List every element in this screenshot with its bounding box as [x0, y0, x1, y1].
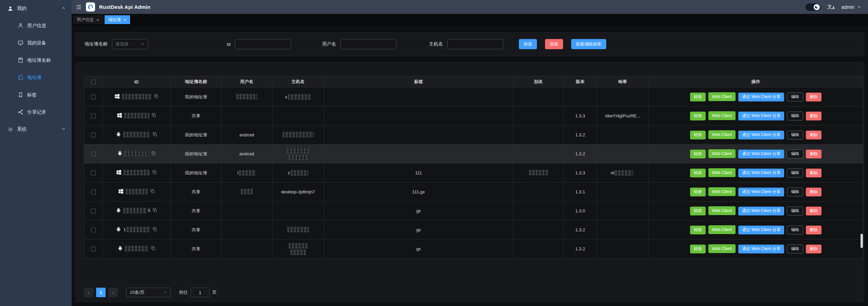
edit-button[interactable]: 编辑 — [787, 93, 803, 101]
device-id-cell — [103, 164, 171, 183]
delete-button[interactable]: 删除 — [806, 188, 821, 196]
web-client-button[interactable]: Web Client — [708, 111, 736, 120]
sidebar-group-system[interactable]: 系统 — [0, 121, 72, 138]
share-web-client-button[interactable]: 通过 Web Client 分享 — [738, 131, 784, 139]
delete-button[interactable]: 删除 — [806, 93, 821, 101]
close-icon[interactable]: × — [124, 18, 126, 22]
web-client-button[interactable]: Web Client — [708, 244, 736, 253]
row-checkbox[interactable] — [91, 209, 96, 213]
sidebar-item-share[interactable]: 分享记录 — [0, 103, 72, 121]
tab-1[interactable]: 地址簿× — [105, 15, 130, 24]
row-checkbox[interactable] — [91, 190, 96, 194]
filter-button[interactable]: 筛选 — [519, 39, 537, 49]
link-button[interactable]: 链接 — [690, 188, 706, 196]
page-size-select[interactable]: 10条/页 — [126, 288, 171, 297]
content: 地址簿名称 请选择 Id 用户名 主机名 筛选 添加 批量编辑标签 — [72, 25, 868, 306]
row-checkbox[interactable] — [91, 95, 96, 99]
app-title: RustDesk Api Admin — [99, 4, 150, 10]
web-client-button[interactable]: Web Client — [708, 168, 736, 177]
select-all-checkbox[interactable] — [91, 80, 96, 84]
copy-icon[interactable] — [154, 94, 159, 99]
addressbook-name-select[interactable]: 请选择 — [112, 39, 148, 49]
delete-button[interactable]: 删除 — [806, 245, 821, 253]
username-input[interactable] — [340, 39, 396, 49]
row-checkbox[interactable] — [91, 171, 96, 175]
row-checkbox[interactable] — [91, 114, 96, 118]
share-web-client-button[interactable]: 通过 Web Client 分享 — [738, 93, 784, 101]
edit-button[interactable]: 编辑 — [787, 226, 803, 234]
language-icon[interactable]: 文A — [827, 4, 835, 10]
delete-button[interactable]: 删除 — [806, 131, 821, 139]
web-client-button[interactable]: Web Client — [708, 225, 736, 234]
copy-icon[interactable] — [152, 208, 157, 213]
hostname-input[interactable] — [447, 39, 503, 49]
share-web-client-button[interactable]: 通过 Web Client 分享 — [738, 169, 784, 177]
row-checkbox[interactable] — [91, 152, 96, 156]
copy-icon[interactable] — [151, 246, 156, 251]
scrollbar-thumb[interactable] — [861, 234, 863, 248]
link-button[interactable]: 链接 — [690, 93, 706, 101]
device-id: 1 — [116, 227, 157, 232]
tab-0[interactable]: 用户信息× — [73, 15, 103, 24]
share-web-client-button[interactable]: 通过 Web Client 分享 — [738, 207, 784, 215]
share-web-client-button[interactable]: 通过 Web Client 分享 — [738, 188, 784, 196]
copy-icon[interactable] — [151, 151, 156, 156]
theme-toggle[interactable] — [806, 3, 820, 11]
web-client-button[interactable]: Web Client — [708, 187, 736, 196]
user-menu[interactable]: admin — [842, 4, 861, 10]
share-web-client-button[interactable]: 通过 Web Client 分享 — [738, 245, 784, 253]
sidebar-item-monitor[interactable]: 我的设备 — [0, 34, 72, 52]
web-client-button[interactable]: Web Client — [708, 92, 736, 101]
sidebar-item-person[interactable]: 用户信息 — [0, 17, 72, 34]
edit-button[interactable]: 编辑 — [787, 207, 803, 215]
sidebar-item-journal[interactable]: 地址簿名称 — [0, 52, 72, 69]
web-client-button[interactable]: Web Client — [708, 130, 736, 139]
goto-page-input[interactable] — [191, 288, 210, 297]
sidebar-group-mine[interactable]: 我的 — [0, 0, 72, 17]
android-icon — [116, 132, 121, 137]
copy-icon[interactable] — [152, 227, 157, 232]
edit-button[interactable]: 编辑 — [787, 150, 803, 158]
batch-edit-tags-button[interactable]: 批量编辑标签 — [571, 39, 606, 49]
link-button[interactable]: 链接 — [690, 131, 706, 139]
link-button[interactable]: 链接 — [690, 112, 706, 120]
share-web-client-button[interactable]: 通过 Web Client 分享 — [738, 150, 784, 158]
sidebar-item-bookmark[interactable]: 标签 — [0, 86, 72, 103]
copy-icon[interactable] — [151, 113, 156, 118]
delete-button[interactable]: 删除 — [806, 226, 821, 234]
edit-button[interactable]: 编辑 — [787, 188, 803, 196]
edit-button[interactable]: 编辑 — [787, 131, 803, 139]
prev-page-button[interactable]: ‹ — [84, 288, 93, 297]
delete-button[interactable]: 删除 — [806, 169, 821, 177]
close-icon[interactable]: × — [96, 18, 99, 22]
share-web-client-button[interactable]: 通过 Web Client 分享 — [738, 112, 784, 120]
next-page-button[interactable]: › — [108, 288, 118, 297]
copy-icon[interactable] — [152, 170, 157, 175]
delete-button[interactable]: 删除 — [806, 150, 821, 158]
edit-button[interactable]: 编辑 — [787, 112, 803, 120]
menu-fold-icon[interactable] — [76, 4, 82, 10]
journal-icon — [18, 57, 23, 63]
page-1-button[interactable]: 1 — [96, 288, 106, 297]
delete-button[interactable]: 删除 — [806, 207, 821, 215]
link-button[interactable]: 链接 — [690, 207, 706, 215]
link-button[interactable]: 链接 — [690, 226, 706, 234]
link-button[interactable]: 链接 — [690, 169, 706, 177]
web-client-button[interactable]: Web Client — [708, 149, 736, 158]
copy-icon[interactable] — [152, 132, 157, 137]
share-web-client-button[interactable]: 通过 Web Client 分享 — [738, 226, 784, 234]
delete-button[interactable]: 删除 — [806, 112, 821, 120]
row-checkbox[interactable] — [91, 228, 96, 232]
edit-button[interactable]: 编辑 — [787, 169, 803, 177]
edit-button[interactable]: 编辑 — [787, 245, 803, 253]
copy-icon[interactable] — [150, 189, 155, 194]
hostname-cell: s — [272, 88, 324, 107]
row-checkbox[interactable] — [91, 247, 96, 251]
web-client-button[interactable]: Web Client — [708, 206, 736, 215]
row-checkbox[interactable] — [91, 133, 96, 137]
link-button[interactable]: 链接 — [690, 245, 706, 253]
add-button[interactable]: 添加 — [545, 39, 563, 49]
id-input[interactable] — [235, 39, 291, 49]
link-button[interactable]: 链接 — [690, 150, 706, 158]
sidebar-item-notebook[interactable]: 地址簿 — [0, 69, 72, 86]
